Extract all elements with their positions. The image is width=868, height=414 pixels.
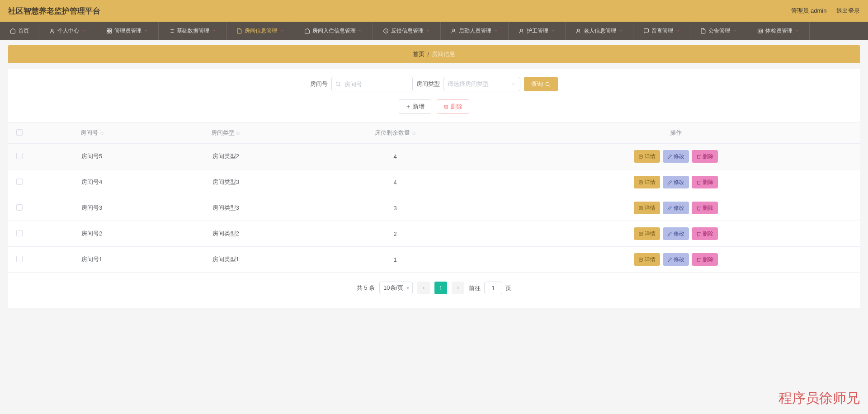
table-header-row: 房间号◇ 房间类型◇ 床位剩余数量◇ 操作 <box>8 122 860 144</box>
plus-icon <box>406 104 411 109</box>
search-row: 房间号 房间类型 请选择房间类型 查询 <box>8 77 860 91</box>
nav-item-反馈信息管理[interactable]: 反馈信息管理 <box>373 22 441 40</box>
row-checkbox[interactable] <box>16 153 23 159</box>
doc-icon <box>700 28 706 34</box>
chevron-down-icon <box>511 81 516 87</box>
nav-item-个人中心[interactable]: 个人中心 <box>39 22 96 40</box>
nav-item-label: 基础数据管理 <box>177 27 209 35</box>
logout-link[interactable]: 退出登录 <box>836 7 860 14</box>
col-room[interactable]: 房间号◇ <box>31 122 153 144</box>
nav-item-label: 个人中心 <box>57 27 79 35</box>
nav-item-label: 护工管理 <box>527 27 548 35</box>
cell-room: 房间号3 <box>31 195 153 221</box>
svg-rect-3 <box>107 31 109 33</box>
room-number-input[interactable] <box>331 77 413 91</box>
room-number-input-wrap <box>331 77 413 91</box>
cell-room: 房间号4 <box>31 169 153 195</box>
nav-item-房间入住信息管理[interactable]: 房间入住信息管理 <box>294 22 373 40</box>
page-1-button[interactable]: 1 <box>434 282 447 294</box>
search-button-label: 查询 <box>531 80 543 88</box>
room-type-select[interactable]: 请选择房间类型 <box>443 77 520 91</box>
nav-item-后勤人员管理[interactable]: 后勤人员管理 <box>441 22 509 40</box>
cell-type: 房间类型2 <box>153 144 298 169</box>
view-button[interactable]: 详情 <box>634 202 660 214</box>
svg-line-20 <box>340 85 341 87</box>
nav-item-label: 首页 <box>18 27 29 35</box>
nav-item-公告管理[interactable]: 公告管理 <box>690 22 747 40</box>
nav-item-护工管理[interactable]: 护工管理 <box>509 22 566 40</box>
row-ops: 详情修改删除 <box>495 176 856 188</box>
chevron-down-icon <box>279 28 284 33</box>
list-icon <box>169 28 175 34</box>
grid-icon <box>106 28 112 34</box>
nav-item-房间信息管理[interactable]: 房间信息管理 <box>226 22 294 40</box>
cell-type: 房间类型2 <box>153 221 298 247</box>
user-icon <box>576 28 581 34</box>
cell-type: 房间类型1 <box>153 247 298 273</box>
edit-button[interactable]: 修改 <box>663 253 689 266</box>
jump-post: 页 <box>505 285 511 292</box>
nav-item-首页[interactable]: 首页 <box>0 22 39 40</box>
page-size-select[interactable]: 10条/页 ▼ <box>379 282 413 294</box>
breadcrumb-home[interactable]: 首页 <box>413 50 425 58</box>
view-button[interactable]: 详情 <box>634 150 660 163</box>
nav-item-label: 老人信息管理 <box>584 27 616 35</box>
edit-button[interactable]: 修改 <box>663 150 689 163</box>
prev-page-button[interactable] <box>417 282 430 294</box>
nav-item-label: 体检员管理 <box>765 27 793 35</box>
trash-icon <box>443 104 449 109</box>
header: 社区智慧养老监护管理平台 管理员 admin 退出登录 <box>0 0 868 22</box>
chevron-down-icon <box>358 28 363 33</box>
svg-point-19 <box>336 82 340 85</box>
svg-point-12 <box>453 29 454 31</box>
row-ops: 详情修改删除 <box>495 202 856 214</box>
table-row: 房间号3房间类型33详情修改删除 <box>8 195 860 221</box>
cell-beds: 3 <box>299 195 492 221</box>
breadcrumb-current: 房间信息 <box>432 50 455 58</box>
edit-button[interactable]: 修改 <box>663 227 689 240</box>
col-type[interactable]: 房间类型◇ <box>153 122 298 144</box>
delete-button[interactable]: 删除 <box>437 99 469 114</box>
table-row: 房间号2房间类型22详情修改删除 <box>8 221 860 247</box>
nav-item-label: 公告管理 <box>708 27 730 35</box>
row-checkbox[interactable] <box>16 230 23 236</box>
next-page-button[interactable] <box>452 282 464 294</box>
add-button-label: 新增 <box>413 103 425 111</box>
chevron-down-icon <box>212 28 216 33</box>
view-button[interactable]: 详情 <box>634 176 660 188</box>
chevron-down-icon <box>144 28 148 33</box>
view-button[interactable]: 详情 <box>634 253 660 266</box>
row-checkbox[interactable] <box>16 179 23 185</box>
chevron-down-icon <box>732 28 737 33</box>
user-label[interactable]: 管理员 admin <box>791 7 826 14</box>
table-row: 房间号1房间类型11详情修改删除 <box>8 247 860 273</box>
select-all-checkbox[interactable] <box>16 129 23 136</box>
nav-item-老人信息管理[interactable]: 老人信息管理 <box>566 22 633 40</box>
row-checkbox[interactable] <box>16 204 23 211</box>
cell-beds: 2 <box>299 221 492 247</box>
svg-line-22 <box>549 85 550 86</box>
add-button[interactable]: 新增 <box>399 99 431 114</box>
row-delete-button[interactable]: 删除 <box>692 227 718 240</box>
row-delete-button[interactable]: 删除 <box>692 150 718 163</box>
sort-icon: ◇ <box>236 131 240 136</box>
row-delete-button[interactable]: 删除 <box>692 176 718 188</box>
nav-item-基础数据管理[interactable]: 基础数据管理 <box>159 22 226 40</box>
search-button[interactable]: 查询 <box>524 77 558 91</box>
row-delete-button[interactable]: 删除 <box>692 202 718 214</box>
col-beds[interactable]: 床位剩余数量◇ <box>299 122 492 144</box>
cell-room: 房间号5 <box>31 144 153 169</box>
doc-icon <box>236 28 242 34</box>
row-delete-button[interactable]: 删除 <box>692 253 718 266</box>
room-type-label: 房间类型 <box>416 80 440 88</box>
row-checkbox[interactable] <box>16 256 23 262</box>
nav-item-留言管理[interactable]: 留言管理 <box>633 22 690 40</box>
page-jump-input[interactable] <box>484 282 502 294</box>
nav-item-体检员管理[interactable]: 体检员管理 <box>747 22 810 40</box>
edit-button[interactable]: 修改 <box>663 176 689 188</box>
view-button[interactable]: 详情 <box>634 227 660 240</box>
breadcrumb: 首页 / 房间信息 <box>8 45 860 63</box>
nav-item-label: 房间入住信息管理 <box>312 27 356 35</box>
edit-button[interactable]: 修改 <box>663 202 689 214</box>
nav-item-管理员管理[interactable]: 管理员管理 <box>96 22 159 40</box>
